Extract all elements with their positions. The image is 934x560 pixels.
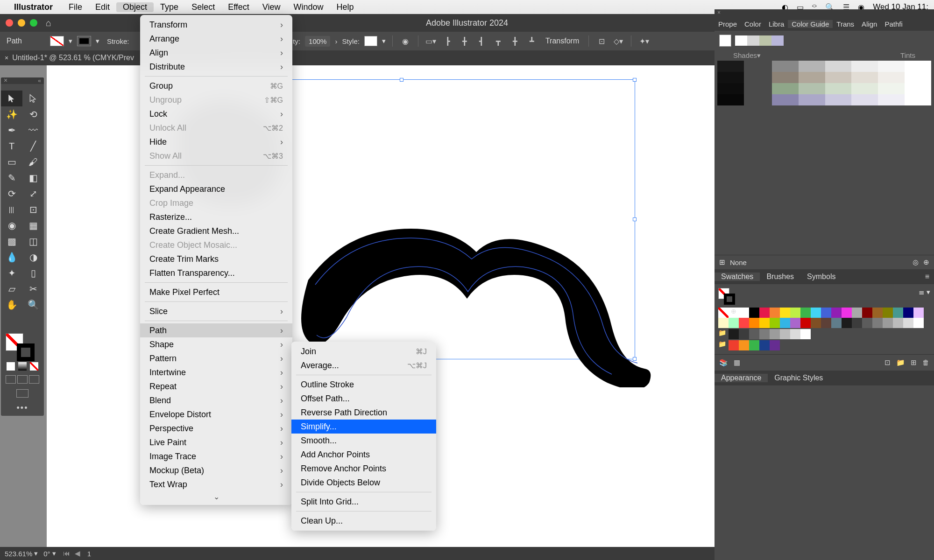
tab-close-icon[interactable]: × xyxy=(5,54,8,62)
style-swatch[interactable] xyxy=(364,36,377,46)
edit-toolbar[interactable]: ••• xyxy=(1,400,44,416)
opacity-dropdown[interactable]: › xyxy=(335,37,337,45)
tab-color-guide[interactable]: Color Guide xyxy=(788,20,833,28)
document-tab[interactable]: Untitled-1* @ 523.61 % (CMYK/Prev xyxy=(12,54,134,62)
menu-item[interactable]: Image Trace› xyxy=(140,449,292,463)
edit-colors-icon[interactable]: ⊕ xyxy=(923,258,929,266)
submenu-item[interactable]: Smooth... xyxy=(291,434,436,448)
shape-icon[interactable]: ◇▾ xyxy=(612,35,624,47)
menu-edit[interactable]: Edit xyxy=(89,2,116,12)
menu-window[interactable]: Window xyxy=(287,2,330,12)
shaper-tool[interactable]: ✎ xyxy=(1,170,22,186)
menu-item[interactable]: Arrange› xyxy=(140,32,292,46)
rectangle-tool[interactable]: ▭ xyxy=(1,154,22,170)
submenu-item[interactable]: Divide Objects Below xyxy=(291,476,436,490)
free-transform-tool[interactable]: ⊡ xyxy=(22,202,44,217)
width-tool[interactable]: ⫼ xyxy=(1,202,22,217)
tools-drag-handle[interactable]: « xyxy=(1,77,44,84)
direct-selection-tool[interactable] xyxy=(22,91,44,106)
stroke-box[interactable] xyxy=(17,343,35,361)
line-tool[interactable]: ╱ xyxy=(22,138,44,154)
menu-item[interactable]: Flatten Transparency... xyxy=(140,266,292,280)
delete-swatch-icon[interactable]: 🗑 xyxy=(922,358,929,367)
artboard-tool[interactable]: ▱ xyxy=(1,281,22,297)
menu-item[interactable]: Pattern› xyxy=(140,351,292,365)
swatch-menu-icon[interactable]: ≡ xyxy=(919,273,934,281)
submenu-item[interactable]: Outline Stroke xyxy=(291,378,436,392)
selection-tool[interactable] xyxy=(1,91,22,106)
menu-item[interactable]: Envelope Distort› xyxy=(140,407,292,421)
submenu-item[interactable]: Split Into Grid... xyxy=(291,495,436,509)
minimize-window[interactable] xyxy=(18,19,25,27)
zoom-tool[interactable]: 🔍 xyxy=(22,297,44,313)
menu-item[interactable]: Live Paint› xyxy=(140,435,292,449)
recolor-icon[interactable]: ◉ xyxy=(399,35,411,47)
app-name[interactable]: Illustrator xyxy=(14,2,53,12)
tab-brushes[interactable]: Brushes xyxy=(760,273,800,281)
menu-help[interactable]: Help xyxy=(330,2,361,12)
zoom-field[interactable]: 523.61% ▾ xyxy=(5,549,38,558)
color-mode-gradient[interactable] xyxy=(18,362,27,371)
fill-dropdown[interactable]: ▾ xyxy=(69,37,72,45)
perspective-tool[interactable]: ▦ xyxy=(22,217,44,233)
column-graph-tool[interactable]: ▯ xyxy=(22,265,44,281)
tab-swatches[interactable]: Swatches xyxy=(715,273,760,281)
color-mode-solid[interactable] xyxy=(7,362,15,371)
ai-icon[interactable]: ✦▾ xyxy=(638,35,650,47)
menu-item[interactable]: Slice› xyxy=(140,304,292,318)
draw-behind[interactable] xyxy=(17,375,28,384)
menu-item[interactable]: Perspective› xyxy=(140,421,292,435)
menu-item[interactable]: Intertwine› xyxy=(140,365,292,379)
draw-inside[interactable] xyxy=(29,375,39,384)
tab-color[interactable]: Color xyxy=(741,20,765,28)
eyedropper-tool[interactable]: 💧 xyxy=(1,249,22,265)
align-top-icon[interactable]: ┳ xyxy=(492,35,504,47)
tab-appearance[interactable]: Appearance xyxy=(715,374,768,382)
tab-libraries[interactable]: Libra xyxy=(765,20,788,28)
shape-builder-tool[interactable]: ◉ xyxy=(1,217,22,233)
submenu-item[interactable]: Clean Up... xyxy=(291,514,436,528)
maximize-window[interactable] xyxy=(30,19,37,27)
home-icon[interactable]: ⌂ xyxy=(46,18,51,28)
swatch-grid-row3[interactable]: 📁 xyxy=(718,340,930,350)
menu-type[interactable]: Type xyxy=(154,2,185,12)
submenu-item[interactable]: Simplify... xyxy=(291,420,436,434)
eraser-tool[interactable]: ◧ xyxy=(22,170,44,186)
menu-item[interactable]: Transform› xyxy=(140,18,292,32)
submenu-item[interactable]: Average...⌥⌘J xyxy=(291,358,436,372)
shades-dropdown-icon[interactable]: ▾ xyxy=(757,51,761,60)
menu-item[interactable]: Align› xyxy=(140,46,292,60)
align-selector[interactable]: ▭▾ xyxy=(425,35,437,47)
menu-item[interactable]: Rasterize... xyxy=(140,210,292,224)
swatch-options-icon[interactable]: ⊡ xyxy=(884,358,891,367)
menu-item[interactable]: Distribute› xyxy=(140,60,292,74)
swatch-grid-gray[interactable]: 📁 xyxy=(718,329,930,339)
opacity-value[interactable]: 100% xyxy=(305,36,330,47)
menu-item[interactable]: Create Gradient Mesh... xyxy=(140,224,292,238)
swatch-grid[interactable]: ⊕ xyxy=(718,308,930,328)
menu-item[interactable]: Group⌘G xyxy=(140,79,292,93)
new-color-group-icon[interactable]: 📁 xyxy=(896,358,905,367)
menu-item[interactable]: Blend› xyxy=(140,393,292,407)
tab-graphic-styles[interactable]: Graphic Styles xyxy=(768,374,829,382)
align-right-icon[interactable]: ┫ xyxy=(475,35,488,47)
magic-wand-tool[interactable]: ✨ xyxy=(1,106,22,122)
blend-tool[interactable]: ◑ xyxy=(22,249,44,265)
mesh-tool[interactable]: ▩ xyxy=(1,233,22,249)
submenu-item[interactable]: Join⌘J xyxy=(291,344,436,358)
tab-align[interactable]: Align xyxy=(858,20,881,28)
fill-stroke-control[interactable] xyxy=(1,330,44,360)
menu-item[interactable]: Expand Appearance xyxy=(140,182,292,196)
submenu-item[interactable]: Remove Anchor Points xyxy=(291,462,436,476)
swatch-list-icon[interactable]: ≣ ▾ xyxy=(919,288,930,296)
menu-item[interactable]: Hide› xyxy=(140,135,292,149)
tab-pathfinder[interactable]: Pathfi xyxy=(881,20,906,28)
scale-tool[interactable]: ⤢ xyxy=(22,186,44,202)
stroke-dropdown[interactable]: ▾ xyxy=(96,37,99,45)
menu-file[interactable]: File xyxy=(62,2,89,12)
curvature-tool[interactable]: 〰 xyxy=(22,122,44,138)
menu-item[interactable]: Lock› xyxy=(140,107,292,121)
submenu-item[interactable]: Offset Path... xyxy=(291,392,436,406)
grid-icon[interactable]: ⊞ xyxy=(719,258,725,266)
pen-tool[interactable]: ✒ xyxy=(1,122,22,138)
